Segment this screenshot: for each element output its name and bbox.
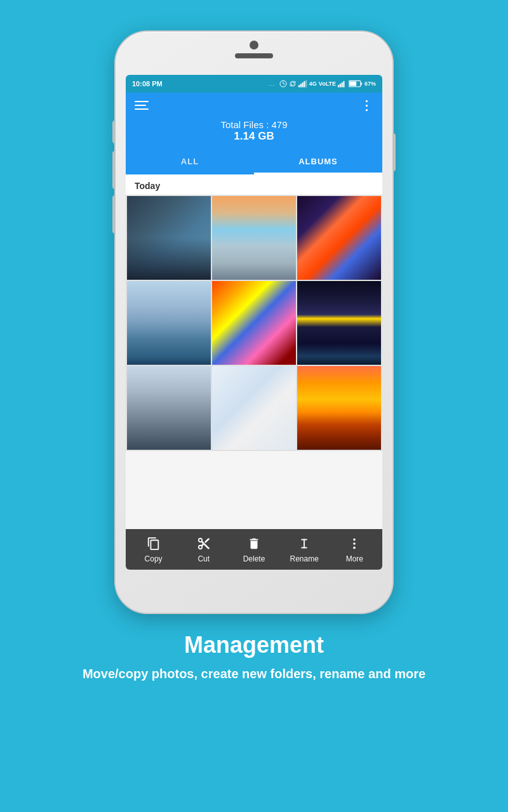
- earpiece-speaker: [235, 53, 273, 58]
- photo-cell-1[interactable]: [127, 196, 211, 280]
- photo-cell-7[interactable]: [127, 366, 211, 450]
- hamburger-line-3: [135, 108, 149, 110]
- svg-rect-12: [349, 81, 356, 86]
- management-title: Management: [184, 632, 324, 658]
- svg-rect-14: [302, 539, 307, 540]
- status-icons: ... 4G VoLTE 67%: [269, 80, 376, 88]
- photo-cell-4[interactable]: [127, 281, 211, 365]
- cut-icon: [196, 535, 212, 552]
- app-header: ⋮ Total Files : 479 1.14 GB: [126, 93, 382, 150]
- copy-label: Copy: [145, 554, 163, 563]
- svg-point-17: [354, 542, 356, 545]
- photo-grid: [126, 195, 382, 451]
- power-button: [392, 133, 396, 171]
- status-bar: 10:08 PM ... 4G VoLTE 67%: [126, 75, 382, 93]
- photo-cell-9[interactable]: [297, 366, 381, 450]
- hamburger-line-1: [135, 101, 149, 102]
- svg-rect-3: [302, 82, 303, 88]
- delete-label: Delete: [243, 554, 265, 563]
- svg-rect-4: [304, 81, 305, 88]
- photo-cell-8[interactable]: [212, 366, 296, 450]
- copy-icon: [145, 535, 162, 552]
- svg-rect-2: [300, 84, 302, 88]
- management-subtitle: Move/copy photos, create new folders, re…: [83, 665, 425, 683]
- volume-down-button: [112, 151, 116, 189]
- status-time: 10:08 PM: [132, 80, 163, 88]
- photo-cell-2[interactable]: [212, 196, 296, 280]
- bottom-toolbar: Copy Cut Delete: [126, 529, 382, 570]
- cut-label: Cut: [197, 554, 210, 563]
- svg-rect-5: [305, 80, 307, 87]
- volume-up-button: [112, 121, 116, 143]
- svg-rect-11: [361, 82, 362, 86]
- svg-rect-8: [342, 82, 343, 88]
- svg-rect-9: [343, 81, 344, 88]
- signal-icon-2: [338, 80, 347, 88]
- notification-dots: ...: [269, 81, 276, 87]
- rename-icon: [296, 535, 312, 552]
- phone-mockup: 10:08 PM ... 4G VoLTE 67%: [114, 30, 394, 614]
- marketing-text-section: Management Move/copy photos, create new …: [57, 632, 451, 683]
- more-icon: [346, 535, 363, 552]
- tab-albums[interactable]: ALBUMS: [254, 150, 382, 174]
- volte-label: VoLTE: [319, 81, 336, 87]
- delete-icon: [246, 535, 262, 552]
- silent-switch: [112, 195, 116, 233]
- svg-point-16: [354, 539, 356, 541]
- hamburger-line-2: [135, 105, 146, 106]
- phone-top-area: [116, 32, 392, 58]
- header-info: Total Files : 479 1.14 GB: [135, 119, 373, 150]
- signal-icon: [298, 80, 307, 88]
- clock-icon: [279, 80, 287, 88]
- svg-rect-15: [302, 547, 307, 549]
- rename-button[interactable]: Rename: [288, 535, 320, 563]
- hamburger-menu-button[interactable]: [135, 101, 149, 110]
- svg-rect-6: [338, 85, 339, 88]
- photo-cell-6[interactable]: [297, 281, 381, 365]
- copy-button[interactable]: Copy: [138, 535, 170, 563]
- sync-icon: [289, 80, 297, 88]
- tab-bar: ALL ALBUMS: [126, 150, 382, 174]
- section-today-label: Today: [126, 174, 382, 195]
- photo-cell-3[interactable]: [297, 196, 381, 280]
- content-area: Today: [126, 174, 382, 529]
- rename-label: Rename: [290, 554, 318, 563]
- more-button[interactable]: More: [338, 535, 370, 563]
- battery-percent: 67%: [364, 81, 376, 87]
- svg-rect-1: [298, 85, 300, 88]
- overflow-menu-button[interactable]: ⋮: [360, 99, 373, 112]
- storage-size-label: 1.14 GB: [135, 130, 373, 143]
- header-top-row: ⋮: [135, 99, 373, 112]
- phone-screen: 10:08 PM ... 4G VoLTE 67%: [126, 75, 382, 570]
- network-label: 4G: [309, 81, 317, 87]
- svg-rect-7: [340, 84, 341, 88]
- more-label: More: [346, 554, 363, 563]
- total-files-label: Total Files : 479: [135, 119, 373, 130]
- tab-all[interactable]: ALL: [126, 150, 254, 174]
- cut-button[interactable]: Cut: [188, 535, 220, 563]
- photo-cell-5[interactable]: [212, 281, 296, 365]
- delete-button[interactable]: Delete: [238, 535, 270, 563]
- battery-icon: [349, 80, 363, 88]
- svg-point-18: [354, 547, 356, 549]
- svg-rect-13: [304, 539, 305, 549]
- front-camera: [250, 41, 258, 49]
